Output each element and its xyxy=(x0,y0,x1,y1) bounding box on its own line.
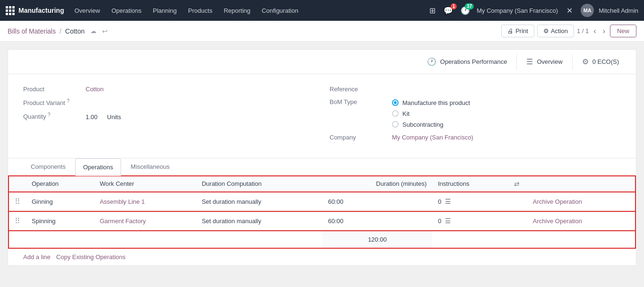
th-actions xyxy=(527,176,635,192)
copy-existing-link[interactable]: Copy Existing Operations xyxy=(56,253,126,261)
radio-manufacture-circle xyxy=(392,99,399,106)
operations-table: Operation Work Center Duration Computati… xyxy=(8,175,636,249)
action-button[interactable]: ⚙ Action xyxy=(537,25,574,37)
print-button[interactable]: 🖨 Print xyxy=(501,25,534,37)
avatar[interactable]: MA xyxy=(581,4,594,17)
radio-kit[interactable]: Kit xyxy=(392,110,470,117)
total-row: 120:00 xyxy=(9,231,635,248)
add-row-actions: Add a line Copy Existing Operations xyxy=(8,249,636,265)
radio-subcontracting-circle xyxy=(392,121,399,128)
quantity-value[interactable]: 1.00 xyxy=(86,113,97,121)
nav-configuration[interactable]: Configuration xyxy=(257,5,303,16)
nav-reporting[interactable]: Reporting xyxy=(219,5,255,16)
operations-performance-label: Operations Performance xyxy=(440,58,507,65)
settings-icon[interactable]: ✕ xyxy=(563,4,576,17)
list-icon: ☰ xyxy=(526,57,533,66)
radio-subcontracting-label: Subcontracting xyxy=(402,121,444,128)
prev-arrow[interactable]: ‹ xyxy=(592,26,598,36)
row1-settings-col xyxy=(508,192,527,211)
row2-duration-computation: Set duration manually xyxy=(196,211,322,231)
nav-overview[interactable]: Overview xyxy=(70,5,104,16)
th-handle xyxy=(9,176,26,192)
bom-type-field: BoM Type Manufacture this product Kit xyxy=(330,98,621,128)
radio-kit-label: Kit xyxy=(402,110,409,117)
company-field: Company My Company (San Francisco) xyxy=(330,134,621,141)
radio-manufacture-dot xyxy=(394,101,397,104)
row1-duration-minutes: 60:00 xyxy=(322,192,432,211)
operations-table-wrap: Operation Work Center Duration Computati… xyxy=(8,175,636,249)
row2-instructions-icon[interactable]: ☰ xyxy=(445,217,451,225)
brand-name: Manufacturing xyxy=(18,7,64,14)
printer-icon: 🖨 xyxy=(507,27,513,35)
tab-components[interactable]: Components xyxy=(23,158,73,176)
user-name: Mitchell Admin xyxy=(599,7,638,14)
left-col: Product Cotton Product Variant ? Quantit… xyxy=(23,86,314,147)
product-label: Product xyxy=(23,86,80,93)
tab-operations[interactable]: Operations xyxy=(75,158,122,176)
company-label: Company xyxy=(330,134,386,141)
add-line-link[interactable]: Add a line xyxy=(23,253,51,261)
th-work-center: Work Center xyxy=(94,176,196,192)
right-col: Reference BoM Type Manufacture this prod… xyxy=(330,86,621,147)
nav-planning[interactable]: Planning xyxy=(148,5,182,16)
nav-operations[interactable]: Operations xyxy=(107,5,147,16)
row1-instructions-icon[interactable]: ☰ xyxy=(445,198,451,205)
grid-icon xyxy=(6,6,15,15)
avatar-initials: MA xyxy=(583,8,592,13)
tab-miscellaneous[interactable]: Miscellaneous xyxy=(123,158,177,176)
row2-duration-minutes: 60:00 xyxy=(322,211,432,231)
reference-label: Reference xyxy=(330,86,386,93)
eco-btn[interactable]: ⚙ 0 ECO(S) xyxy=(573,53,628,70)
row2-handle[interactable]: ⠿ xyxy=(9,211,26,231)
next-arrow[interactable]: › xyxy=(601,26,607,36)
tabs-row: Components Operations Miscellaneous xyxy=(8,158,636,175)
cloud-icon[interactable]: ☁ xyxy=(90,27,96,35)
bom-type-radio-group: Manufacture this product Kit Subcontract… xyxy=(392,99,470,128)
total-spacer2 xyxy=(432,231,635,248)
gear-icon-eco: ⚙ xyxy=(582,57,589,66)
operations-table-body: ⠿ Ginning Assembly Line 1 Set duration m… xyxy=(9,192,635,248)
quantity-label: Quantity ? xyxy=(23,112,80,120)
quantity-field: Quantity ? 1.00 Units xyxy=(23,112,314,120)
nav-products[interactable]: Products xyxy=(183,5,217,16)
row1-work-center[interactable]: Assembly Line 1 xyxy=(94,192,196,211)
overview-btn[interactable]: ☰ Overview xyxy=(517,53,572,70)
undo-icon[interactable]: ↩ xyxy=(102,27,108,35)
new-button[interactable]: New xyxy=(610,25,636,37)
breadcrumb-link[interactable]: Bills of Materials xyxy=(8,27,56,35)
drag-handle-icon: ⠿ xyxy=(15,198,20,206)
navbar: Manufacturing Overview Operations Planni… xyxy=(0,0,644,21)
overview-label: Overview xyxy=(537,58,562,65)
quantity-unit[interactable]: Units xyxy=(107,113,121,121)
drag-handle-icon: ⠿ xyxy=(15,217,20,225)
activity-btn[interactable]: 🕐 37 xyxy=(461,6,470,15)
row2-work-center[interactable]: Garment Factory xyxy=(94,211,196,231)
operations-performance-btn[interactable]: 🕐 Operations Performance xyxy=(418,53,517,70)
row2-settings-col xyxy=(508,211,527,231)
row1-archive[interactable]: Archive Operation xyxy=(527,192,635,211)
th-operation: Operation xyxy=(26,176,94,192)
radio-subcontracting[interactable]: Subcontracting xyxy=(392,121,470,128)
row2-operation[interactable]: Spinning xyxy=(26,211,94,231)
reference-field: Reference xyxy=(330,86,621,93)
row1-handle[interactable]: ⠿ xyxy=(9,192,26,211)
eco-label: ECO(S) xyxy=(598,58,619,65)
row2-archive[interactable]: Archive Operation xyxy=(527,211,635,231)
row1-operation[interactable]: Ginning xyxy=(26,192,94,211)
action-buttons-row: 🕐 Operations Performance ☰ Overview ⚙ 0 … xyxy=(8,50,636,74)
breadcrumb-sep: / xyxy=(60,27,61,35)
product-value[interactable]: Cotton xyxy=(86,86,104,93)
action-label: Action xyxy=(551,27,568,35)
gear-icon: ⚙ xyxy=(543,27,549,35)
row1-instructions: 0 ☰ xyxy=(432,192,508,211)
apps-icon[interactable]: ⊞ xyxy=(426,4,439,17)
breadcrumb-bar: Bills of Materials / Cotton ☁ ↩ 🖨 Print … xyxy=(0,21,644,42)
radio-manufacture[interactable]: Manufacture this product xyxy=(392,99,470,106)
brand[interactable]: Manufacturing xyxy=(6,6,64,15)
clock-icon: 🕐 xyxy=(427,57,436,66)
column-settings-icon[interactable]: ⇄ xyxy=(514,180,520,188)
chat-btn[interactable]: 💬 1 xyxy=(444,6,453,15)
company-value[interactable]: My Company (San Francisco) xyxy=(392,134,473,141)
row2-instructions: 0 ☰ xyxy=(432,211,508,231)
table-header-row: Operation Work Center Duration Computati… xyxy=(9,176,635,192)
